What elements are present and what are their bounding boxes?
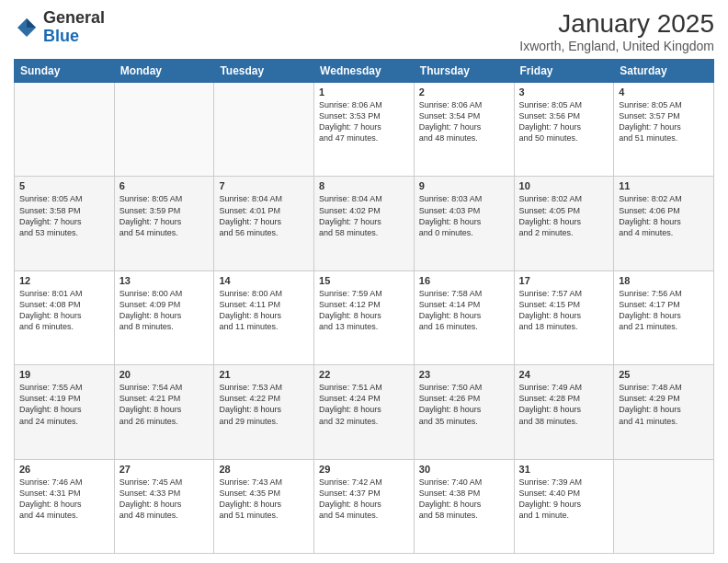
day-number: 18: [619, 275, 709, 286]
day-number: 7: [219, 180, 309, 191]
weekday-thursday: Thursday: [414, 60, 514, 83]
day-number: 9: [419, 180, 509, 191]
calendar-cell: 18Sunrise: 7:56 AM Sunset: 4:17 PM Dayli…: [614, 270, 714, 364]
day-number: 28: [219, 464, 309, 475]
day-number: 27: [119, 464, 210, 475]
day-info: Sunrise: 7:39 AM Sunset: 4:40 PM Dayligh…: [519, 477, 609, 522]
day-info: Sunrise: 7:54 AM Sunset: 4:21 PM Dayligh…: [119, 382, 210, 427]
day-info: Sunrise: 7:42 AM Sunset: 4:37 PM Dayligh…: [319, 477, 409, 522]
calendar-title: January 2025: [519, 9, 714, 39]
day-info: Sunrise: 8:03 AM Sunset: 4:03 PM Dayligh…: [419, 193, 509, 238]
calendar-cell: 21Sunrise: 7:53 AM Sunset: 4:22 PM Dayli…: [214, 365, 314, 459]
day-info: Sunrise: 8:04 AM Sunset: 4:01 PM Dayligh…: [219, 193, 309, 238]
calendar-cell: 16Sunrise: 7:58 AM Sunset: 4:14 PM Dayli…: [414, 270, 514, 364]
day-number: 21: [219, 369, 309, 380]
day-info: Sunrise: 7:40 AM Sunset: 4:38 PM Dayligh…: [419, 477, 509, 522]
logo: General Blue: [14, 9, 105, 46]
day-info: Sunrise: 8:05 AM Sunset: 3:56 PM Dayligh…: [519, 99, 609, 144]
day-number: 31: [519, 464, 609, 475]
calendar-cell: 19Sunrise: 7:55 AM Sunset: 4:19 PM Dayli…: [15, 365, 115, 459]
day-info: Sunrise: 7:53 AM Sunset: 4:22 PM Dayligh…: [219, 382, 309, 427]
day-number: 14: [219, 275, 309, 286]
day-info: Sunrise: 7:55 AM Sunset: 4:19 PM Dayligh…: [19, 382, 109, 427]
calendar-cell: 23Sunrise: 7:50 AM Sunset: 4:26 PM Dayli…: [414, 365, 514, 459]
calendar-cell: 10Sunrise: 8:02 AM Sunset: 4:05 PM Dayli…: [514, 177, 614, 270]
calendar-subtitle: Ixworth, England, United Kingdom: [519, 39, 714, 53]
week-row-2: 12Sunrise: 8:01 AM Sunset: 4:08 PM Dayli…: [15, 270, 714, 364]
calendar-table: SundayMondayTuesdayWednesdayThursdayFrid…: [14, 59, 714, 554]
calendar-cell: 6Sunrise: 8:05 AM Sunset: 3:59 PM Daylig…: [114, 177, 214, 270]
day-number: 13: [119, 275, 210, 286]
calendar-cell: 11Sunrise: 8:02 AM Sunset: 4:06 PM Dayli…: [614, 177, 714, 270]
day-info: Sunrise: 7:48 AM Sunset: 4:29 PM Dayligh…: [619, 382, 709, 427]
day-info: Sunrise: 7:57 AM Sunset: 4:15 PM Dayligh…: [519, 288, 609, 333]
day-info: Sunrise: 7:49 AM Sunset: 4:28 PM Dayligh…: [519, 382, 609, 427]
calendar-cell: 5Sunrise: 8:05 AM Sunset: 3:58 PM Daylig…: [15, 177, 115, 270]
day-number: 11: [619, 180, 709, 191]
calendar-cell: [15, 83, 115, 177]
calendar-cell: 3Sunrise: 8:05 AM Sunset: 3:56 PM Daylig…: [514, 83, 614, 177]
calendar-cell: 7Sunrise: 8:04 AM Sunset: 4:01 PM Daylig…: [214, 177, 314, 270]
calendar-cell: 4Sunrise: 8:05 AM Sunset: 3:57 PM Daylig…: [614, 83, 714, 177]
day-info: Sunrise: 8:05 AM Sunset: 3:58 PM Dayligh…: [19, 193, 109, 238]
calendar-cell: [214, 83, 314, 177]
week-row-0: 1Sunrise: 8:06 AM Sunset: 3:53 PM Daylig…: [15, 83, 714, 177]
weekday-wednesday: Wednesday: [314, 60, 415, 83]
day-number: 3: [519, 86, 609, 98]
day-info: Sunrise: 7:59 AM Sunset: 4:12 PM Dayligh…: [319, 288, 409, 333]
day-info: Sunrise: 7:43 AM Sunset: 4:35 PM Dayligh…: [219, 477, 309, 522]
day-number: 26: [19, 464, 109, 475]
day-number: 19: [19, 369, 109, 380]
day-number: 22: [319, 369, 409, 380]
day-number: 2: [419, 86, 509, 98]
day-number: 15: [319, 275, 409, 286]
day-info: Sunrise: 8:00 AM Sunset: 4:11 PM Dayligh…: [219, 288, 309, 333]
day-number: 8: [319, 180, 409, 191]
logo-text: General Blue: [43, 9, 105, 46]
calendar-cell: 25Sunrise: 7:48 AM Sunset: 4:29 PM Dayli…: [614, 365, 714, 459]
day-info: Sunrise: 8:05 AM Sunset: 3:59 PM Dayligh…: [119, 193, 210, 238]
day-number: 12: [19, 275, 109, 286]
day-number: 30: [419, 464, 509, 475]
calendar-cell: 22Sunrise: 7:51 AM Sunset: 4:24 PM Dayli…: [314, 365, 415, 459]
page: General Blue January 2025 Ixworth, Engla…: [0, 0, 728, 563]
calendar-cell: 2Sunrise: 8:06 AM Sunset: 3:54 PM Daylig…: [414, 83, 514, 177]
day-info: Sunrise: 7:46 AM Sunset: 4:31 PM Dayligh…: [19, 477, 109, 522]
calendar-cell: 26Sunrise: 7:46 AM Sunset: 4:31 PM Dayli…: [15, 459, 115, 553]
weekday-tuesday: Tuesday: [214, 60, 314, 83]
weekday-sunday: Sunday: [15, 60, 115, 83]
day-info: Sunrise: 7:50 AM Sunset: 4:26 PM Dayligh…: [419, 382, 509, 427]
weekday-saturday: Saturday: [614, 60, 714, 83]
day-number: 23: [419, 369, 509, 380]
day-info: Sunrise: 8:01 AM Sunset: 4:08 PM Dayligh…: [19, 288, 109, 333]
day-number: 5: [19, 180, 109, 191]
day-info: Sunrise: 7:56 AM Sunset: 4:17 PM Dayligh…: [619, 288, 709, 333]
calendar-cell: 9Sunrise: 8:03 AM Sunset: 4:03 PM Daylig…: [414, 177, 514, 270]
weekday-header-row: SundayMondayTuesdayWednesdayThursdayFrid…: [15, 60, 714, 83]
day-number: 29: [319, 464, 409, 475]
day-number: 25: [619, 369, 709, 380]
day-info: Sunrise: 8:06 AM Sunset: 3:53 PM Dayligh…: [319, 99, 409, 144]
header: General Blue January 2025 Ixworth, Engla…: [14, 9, 714, 53]
calendar-cell: 8Sunrise: 8:04 AM Sunset: 4:02 PM Daylig…: [314, 177, 415, 270]
day-number: 6: [119, 180, 210, 191]
calendar-cell: 24Sunrise: 7:49 AM Sunset: 4:28 PM Dayli…: [514, 365, 614, 459]
calendar-cell: 28Sunrise: 7:43 AM Sunset: 4:35 PM Dayli…: [214, 459, 314, 553]
calendar-cell: 13Sunrise: 8:00 AM Sunset: 4:09 PM Dayli…: [114, 270, 214, 364]
day-number: 20: [119, 369, 210, 380]
day-info: Sunrise: 8:02 AM Sunset: 4:05 PM Dayligh…: [519, 193, 609, 238]
day-number: 17: [519, 275, 609, 286]
day-number: 24: [519, 369, 609, 380]
calendar-cell: 12Sunrise: 8:01 AM Sunset: 4:08 PM Dayli…: [15, 270, 115, 364]
day-info: Sunrise: 7:45 AM Sunset: 4:33 PM Dayligh…: [119, 477, 210, 522]
calendar-cell: 29Sunrise: 7:42 AM Sunset: 4:37 PM Dayli…: [314, 459, 415, 553]
calendar-cell: 14Sunrise: 8:00 AM Sunset: 4:11 PM Dayli…: [214, 270, 314, 364]
day-number: 1: [319, 86, 409, 98]
title-block: January 2025 Ixworth, England, United Ki…: [519, 9, 714, 53]
day-info: Sunrise: 7:51 AM Sunset: 4:24 PM Dayligh…: [319, 382, 409, 427]
day-info: Sunrise: 8:05 AM Sunset: 3:57 PM Dayligh…: [619, 99, 709, 144]
day-number: 4: [619, 86, 709, 98]
day-info: Sunrise: 7:58 AM Sunset: 4:14 PM Dayligh…: [419, 288, 509, 333]
calendar-cell: 27Sunrise: 7:45 AM Sunset: 4:33 PM Dayli…: [114, 459, 214, 553]
calendar-cell: 30Sunrise: 7:40 AM Sunset: 4:38 PM Dayli…: [414, 459, 514, 553]
